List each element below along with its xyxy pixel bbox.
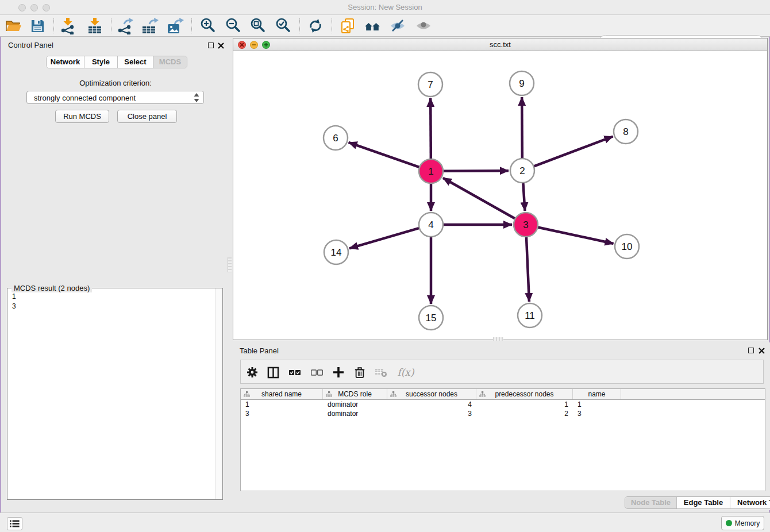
- window-titlebar: Session: New Session: [0, 0, 770, 15]
- graph-node-label: 6: [333, 133, 338, 144]
- close-panel-icon[interactable]: [759, 348, 765, 354]
- table-cell: 1: [573, 400, 621, 409]
- graph-edge-2-9[interactable]: [522, 97, 522, 159]
- float-panel-icon[interactable]: [748, 348, 754, 353]
- graph-edge-1-2[interactable]: [443, 171, 509, 171]
- table-panel-title: Table Panel: [240, 346, 279, 355]
- result-scrollbar[interactable]: [215, 288, 222, 499]
- tab-style[interactable]: Style: [84, 56, 118, 68]
- tab-network[interactable]: Network: [47, 56, 84, 68]
- panel-splitter-grip[interactable]: [493, 337, 503, 341]
- deselect-all-columns-icon[interactable]: [309, 365, 324, 380]
- clone-network-icon[interactable]: [339, 17, 356, 34]
- column-header-shared-name[interactable]: shared name: [241, 389, 323, 399]
- memory-button[interactable]: Memory: [721, 516, 764, 530]
- tab-network-table[interactable]: Network Table: [730, 497, 770, 508]
- table-cell: dominator: [323, 409, 387, 418]
- export-network-icon[interactable]: [117, 17, 134, 34]
- column-header-name[interactable]: name: [573, 389, 621, 399]
- table-row[interactable]: 3dominator323: [241, 409, 765, 418]
- delete-table-icon[interactable]: [374, 365, 388, 380]
- graph-node-label: 15: [426, 313, 437, 323]
- graph-canvas[interactable]: 7968124314101511: [233, 51, 767, 340]
- close-panel-icon[interactable]: [218, 43, 224, 49]
- graph-node-label: 7: [428, 79, 433, 90]
- export-table-icon[interactable]: [141, 17, 159, 34]
- graph-edge-2-8[interactable]: [534, 136, 613, 166]
- columns-icon[interactable]: [265, 365, 280, 380]
- zoom-fit-icon[interactable]: [249, 17, 267, 34]
- network-view-window: scc.txt 7968124314101511: [233, 38, 768, 340]
- column-header-successor-nodes[interactable]: successor nodes: [387, 389, 476, 399]
- selected-criterion-value: strongly connected component: [34, 94, 136, 102]
- graph-node-label: 4: [428, 219, 433, 230]
- add-column-icon[interactable]: [331, 365, 346, 380]
- show-all-icon[interactable]: [415, 17, 432, 34]
- open-session-icon[interactable]: [5, 17, 22, 34]
- graph-edge-3-11[interactable]: [526, 237, 529, 302]
- delete-column-trash-icon[interactable]: [352, 365, 367, 380]
- select-all-columns-icon[interactable]: [287, 365, 302, 380]
- function-builder-icon[interactable]: f(x): [395, 365, 417, 380]
- tab-edge-table[interactable]: Edge Table: [677, 497, 730, 508]
- first-neighbors-icon[interactable]: [364, 17, 381, 34]
- graph-edge-2-3[interactable]: [523, 183, 525, 211]
- table-row[interactable]: 1dominator411: [241, 400, 765, 409]
- export-image-icon[interactable]: [167, 17, 184, 34]
- apply-layout-icon[interactable]: [307, 17, 324, 34]
- memory-status-dot: [726, 520, 732, 526]
- hierarchy-icon: [479, 391, 486, 397]
- network-canvas[interactable]: 7968124314101511: [233, 51, 767, 340]
- graph-node-label: 3: [523, 219, 528, 230]
- control-panel-tabs: Network Style Select MCDS: [46, 56, 187, 68]
- task-history-button[interactable]: [7, 517, 22, 530]
- zoom-out-icon[interactable]: [225, 17, 242, 34]
- graph-node-label: 2: [519, 165, 525, 176]
- import-table-icon[interactable]: [86, 17, 103, 34]
- graph-edge-3-1[interactable]: [443, 178, 515, 219]
- column-header-predecessor-nodes[interactable]: predecessor nodes: [476, 389, 573, 399]
- graph-edge-1-7[interactable]: [430, 98, 431, 159]
- tab-node-table[interactable]: Node Table: [625, 497, 677, 508]
- table-cell: 2: [476, 409, 573, 418]
- zoom-in-icon[interactable]: [199, 17, 217, 34]
- save-session-icon[interactable]: [29, 17, 46, 34]
- toolbar-separator: [332, 18, 332, 33]
- zoom-selected-icon[interactable]: [275, 17, 292, 34]
- control-panel-header: Control Panel: [1, 37, 230, 53]
- table-cell: 3: [387, 409, 476, 418]
- hierarchy-icon: [326, 391, 332, 397]
- toolbar-separator: [191, 18, 192, 33]
- network-window-title: scc.txt: [233, 40, 767, 49]
- graph-edge-1-6[interactable]: [349, 142, 420, 167]
- table-cell: 1: [241, 400, 323, 409]
- window-title: Session: New Session: [0, 3, 770, 11]
- graph-edge-3-10[interactable]: [538, 227, 614, 244]
- hide-selected-icon[interactable]: [389, 17, 406, 34]
- graph-node-label: 9: [519, 78, 524, 89]
- toolbar-separator: [299, 18, 300, 33]
- network-window-titlebar[interactable]: scc.txt: [233, 38, 767, 51]
- mcds-result-title: MCDS result (2 nodes): [11, 284, 92, 292]
- table-toolbar: f(x): [240, 360, 764, 384]
- close-panel-button[interactable]: Close panel: [117, 110, 177, 123]
- graph-edge-4-14[interactable]: [349, 228, 419, 248]
- table-cell: 4: [387, 400, 476, 409]
- panel-splitter-grip[interactable]: [228, 257, 232, 272]
- toolbar-separator: [53, 18, 54, 33]
- control-panel-title: Control Panel: [8, 41, 53, 49]
- float-panel-icon[interactable]: [208, 43, 214, 48]
- combo-stepper-icon: [194, 93, 199, 102]
- graph-node-label: 10: [622, 241, 633, 252]
- column-header-mcds-role[interactable]: MCDS role: [323, 389, 387, 399]
- optimization-criterion-select[interactable]: strongly connected component: [26, 91, 204, 104]
- run-mcds-button[interactable]: Run MCDS: [55, 110, 109, 123]
- application-window: Session: New Session: [0, 0, 770, 532]
- tab-mcds[interactable]: MCDS: [153, 56, 187, 68]
- settings-gear-icon[interactable]: [245, 365, 260, 380]
- node-table: shared name MCDS role successor nodes pr…: [240, 388, 765, 491]
- tab-select[interactable]: Select: [118, 56, 153, 68]
- table-cell: 3: [573, 409, 621, 418]
- table-header-row: shared name MCDS role successor nodes pr…: [241, 389, 765, 400]
- import-network-icon[interactable]: [59, 17, 76, 34]
